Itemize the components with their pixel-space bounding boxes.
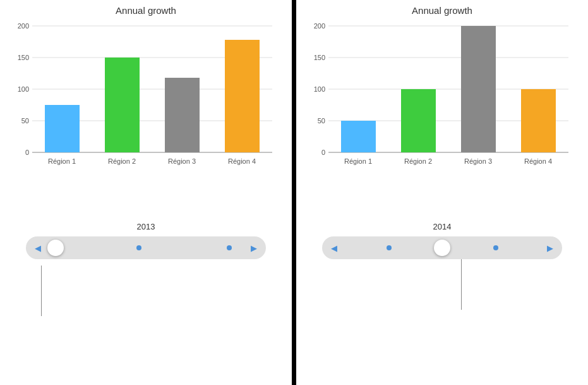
scrubber-dot-left-2 — [227, 245, 232, 250]
prev-button-left[interactable]: ◀ — [31, 241, 45, 255]
svg-rect-32 — [401, 89, 436, 152]
svg-text:Région 1: Région 1 — [48, 157, 76, 165]
bar-chart-left: 200 150 100 50 0 Région 1 Région 2 Régio… — [7, 20, 285, 222]
svg-rect-17 — [225, 40, 260, 152]
year-label-left: 2013 — [137, 222, 155, 231]
connector-line-left — [41, 266, 42, 316]
svg-rect-15 — [165, 78, 200, 152]
prev-button-right[interactable]: ◀ — [327, 241, 341, 255]
year-label-right: 2014 — [433, 222, 452, 231]
svg-text:0: 0 — [25, 149, 29, 156]
svg-text:Région 1: Région 1 — [344, 157, 372, 165]
scrubber-dot-right-1 — [387, 245, 392, 250]
svg-text:50: 50 — [21, 117, 29, 125]
next-button-right[interactable]: ▶ — [543, 241, 557, 255]
connector-line-right — [461, 259, 462, 310]
svg-text:Région 4: Région 4 — [228, 157, 256, 165]
svg-text:200: 200 — [314, 22, 325, 30]
svg-text:Région 2: Région 2 — [108, 157, 136, 165]
svg-rect-30 — [341, 121, 376, 152]
svg-text:Région 2: Région 2 — [404, 157, 432, 165]
next-button-left[interactable]: ▶ — [247, 241, 261, 255]
scrubber-thumb-right[interactable] — [434, 240, 450, 256]
svg-text:100: 100 — [18, 85, 29, 93]
svg-text:200: 200 — [18, 22, 29, 30]
bar-chart-right: 200 150 100 50 0 Région 1 Région 2 Régio… — [303, 20, 581, 222]
svg-rect-34 — [461, 26, 496, 152]
svg-text:150: 150 — [314, 54, 325, 61]
svg-text:Région 3: Région 3 — [464, 157, 492, 165]
scrubber-dot-right-2 — [493, 245, 498, 250]
chart-panel-left: Annual growth 200 150 100 50 0 Région 1 — [0, 0, 292, 385]
scrubber-right[interactable]: ◀ ▶ — [322, 236, 562, 259]
chart-title-right: Annual growth — [412, 5, 472, 16]
svg-rect-13 — [105, 58, 140, 152]
chart-title-left: Annual growth — [116, 5, 176, 16]
svg-text:0: 0 — [321, 149, 325, 156]
svg-text:Région 3: Région 3 — [168, 157, 196, 165]
svg-text:50: 50 — [318, 117, 325, 125]
svg-text:100: 100 — [314, 85, 325, 93]
scrubber-dot-left-1 — [136, 245, 141, 250]
scrubber-thumb-left[interactable] — [47, 240, 64, 256]
svg-rect-11 — [45, 105, 80, 152]
scrubber-left[interactable]: ◀ ▶ — [26, 236, 266, 259]
chart-panel-right: Annual growth 200 150 100 50 0 Région 1 — [296, 0, 588, 385]
svg-text:150: 150 — [18, 54, 29, 61]
svg-text:Région 4: Région 4 — [524, 157, 552, 165]
svg-rect-36 — [521, 89, 556, 152]
